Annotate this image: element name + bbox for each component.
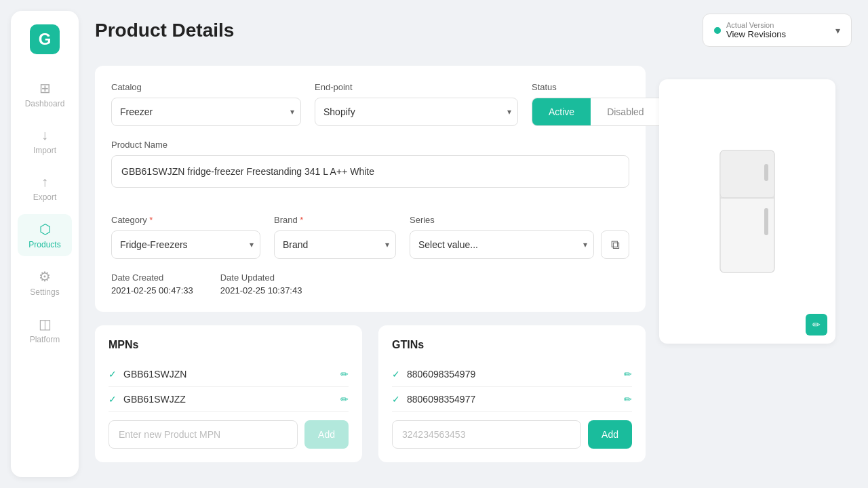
version-value: View Revisions	[726, 29, 830, 39]
sidebar-item-import[interactable]: ↓ Import	[18, 121, 72, 162]
mpns-title: MPNs	[108, 339, 349, 351]
status-group: Status Active Disabled	[532, 82, 681, 126]
category-label: Category *	[111, 215, 260, 225]
form-row-2: Category * Fridge-Freezers ▾ Brand *	[111, 215, 629, 259]
brand-group: Brand * Brand ▾	[274, 215, 396, 259]
date-created-group: Date Created 2021-02-25 00:47:33	[111, 272, 193, 296]
mpn-edit-icon[interactable]: ✏	[340, 369, 349, 380]
mpn-value: GBB61SWJZZ	[123, 394, 334, 405]
gtin-item-0: ✓ 8806098354979 ✏	[392, 362, 632, 387]
mpn-add-input[interactable]	[108, 420, 298, 449]
app-logo: G	[30, 24, 60, 54]
settings-icon: ⚙	[39, 268, 51, 285]
mpn-value: GBB61SWJZN	[123, 369, 334, 380]
brand-select[interactable]: Brand	[274, 230, 396, 259]
version-label: Actual Version	[726, 21, 830, 29]
main-content: Product Details Actual Version View Revi…	[79, 0, 868, 488]
gtin-value: 8806098354977	[407, 394, 617, 405]
endpoint-select-wrapper: Shopify ▾	[315, 98, 518, 126]
product-name-label: Product Name	[111, 140, 629, 150]
copy-icon: ⧉	[611, 238, 620, 252]
gtins-section: GTINs ✓ 8806098354979 ✏ ✓ 8806098354977 …	[378, 325, 646, 462]
copy-button[interactable]: ⧉	[601, 230, 629, 259]
sidebar-item-dashboard[interactable]: ⊞ Dashboard	[18, 73, 72, 115]
brand-label: Brand *	[274, 215, 396, 225]
product-image-card: ✏	[659, 79, 835, 344]
sidebar-item-export[interactable]: ↑ Export	[18, 167, 72, 209]
mpn-add-row: Add	[108, 420, 349, 449]
version-status-dot	[714, 27, 721, 34]
svg-rect-3	[764, 164, 768, 181]
check-icon: ✓	[392, 369, 400, 380]
status-label: Status	[532, 82, 681, 92]
gtin-add-row: Add	[392, 420, 632, 449]
version-text: Actual Version View Revisions	[726, 21, 830, 39]
import-icon: ↓	[41, 127, 48, 143]
series-select[interactable]: Select value...	[410, 230, 594, 259]
date-updated-group: Date Updated 2021-02-25 10:37:43	[220, 272, 302, 296]
status-active-button[interactable]: Active	[532, 98, 591, 125]
sidebar: G ⊞ Dashboard ↓ Import ↑ Export ⬡ Produc…	[11, 11, 79, 477]
sidebar-item-label: Import	[33, 146, 56, 155]
date-updated-value: 2021-02-25 10:37:43	[220, 285, 302, 296]
gtin-edit-icon[interactable]: ✏	[624, 369, 632, 380]
products-icon: ⬡	[39, 221, 51, 237]
gtin-edit-icon[interactable]: ✏	[624, 394, 632, 405]
mpn-item-0: ✓ GBB61SWJZN ✏	[108, 362, 349, 387]
content-wrapper: Catalog Freezer ▾ End-point Shopify	[95, 66, 852, 462]
left-content: Catalog Freezer ▾ End-point Shopify	[95, 66, 646, 462]
series-select-wrapper: Select value... ▾	[410, 230, 594, 259]
mpns-section: MPNs ✓ GBB61SWJZN ✏ ✓ GBB61SWJZZ ✏ Add	[95, 325, 362, 462]
category-select-wrapper: Fridge-Freezers ▾	[111, 230, 260, 259]
date-updated-label: Date Updated	[220, 272, 302, 283]
category-select[interactable]: Fridge-Freezers	[111, 230, 260, 259]
gtin-add-input[interactable]	[392, 420, 581, 449]
gtin-item-1: ✓ 8806098354977 ✏	[392, 387, 632, 412]
page-title: Product Details	[95, 20, 234, 41]
mpn-add-button[interactable]: Add	[304, 420, 349, 449]
svg-rect-4	[764, 208, 768, 235]
series-row: Select value... ▾ ⧉	[410, 230, 629, 259]
catalog-select[interactable]: Freezer	[111, 98, 301, 126]
dates-row: Date Created 2021-02-25 00:47:33 Date Up…	[111, 272, 629, 296]
category-group: Category * Fridge-Freezers ▾	[111, 215, 260, 259]
product-image	[710, 144, 785, 279]
check-icon: ✓	[108, 369, 117, 380]
brand-select-wrapper: Brand ▾	[274, 230, 396, 259]
form-row-1: Catalog Freezer ▾ End-point Shopify	[111, 82, 629, 126]
mpn-item-1: ✓ GBB61SWJZZ ✏	[108, 387, 349, 412]
sidebar-item-platform[interactable]: ◫ Platform	[18, 309, 72, 351]
endpoint-group: End-point Shopify ▾	[315, 82, 518, 126]
sidebar-item-label: Dashboard	[25, 99, 65, 108]
catalog-group: Catalog Freezer ▾	[111, 82, 301, 126]
product-name-group: Product Name	[111, 140, 629, 201]
version-selector[interactable]: Actual Version View Revisions ▾	[703, 14, 852, 47]
sidebar-item-label: Products	[28, 240, 60, 249]
catalog-select-wrapper: Freezer ▾	[111, 98, 301, 126]
product-name-input[interactable]	[111, 155, 629, 188]
series-group: Series Select value... ▾ ⧉	[410, 215, 629, 259]
dashboard-icon: ⊞	[39, 80, 51, 96]
status-disabled-button[interactable]: Disabled	[591, 98, 660, 125]
platform-icon: ◫	[39, 316, 52, 332]
mpn-edit-icon[interactable]: ✏	[340, 394, 349, 405]
page-header: Product Details Actual Version View Revi…	[95, 14, 852, 47]
gtin-add-button[interactable]: Add	[588, 420, 632, 449]
pencil-icon: ✏	[812, 319, 821, 330]
endpoint-select[interactable]: Shopify	[315, 98, 518, 126]
series-label: Series	[410, 215, 629, 225]
status-toggle: Active Disabled	[532, 98, 681, 126]
sidebar-item-products[interactable]: ⬡ Products	[18, 214, 72, 256]
form-section: Catalog Freezer ▾ End-point Shopify	[95, 66, 646, 312]
date-created-label: Date Created	[111, 272, 193, 283]
gtins-title: GTINs	[392, 339, 632, 351]
catalog-label: Catalog	[111, 82, 301, 92]
date-created-value: 2021-02-25 00:47:33	[111, 285, 193, 296]
check-icon: ✓	[108, 394, 117, 405]
sidebar-item-settings[interactable]: ⚙ Settings	[18, 262, 72, 304]
export-icon: ↑	[41, 174, 48, 190]
sidebar-item-label: Platform	[30, 335, 60, 344]
sidebar-item-label: Settings	[30, 287, 59, 297]
right-panel: ✏	[659, 79, 835, 449]
edit-image-button[interactable]: ✏	[806, 314, 827, 336]
